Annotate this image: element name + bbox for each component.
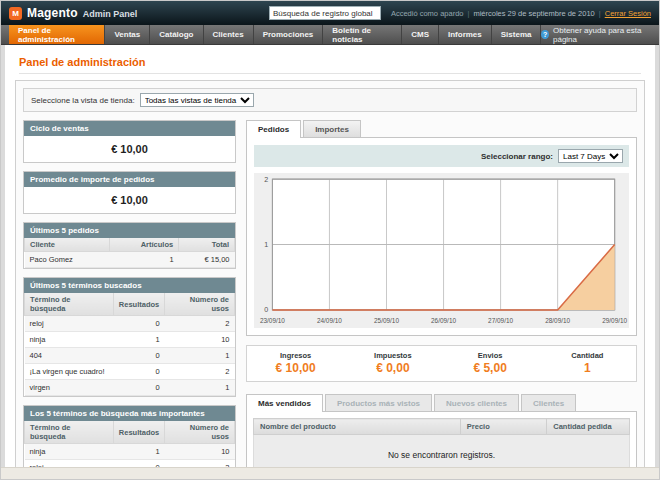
last-search-terms-title: Últimos 5 términos buscados	[24, 278, 235, 293]
col-header: Cliente	[25, 238, 110, 252]
col-header: Total	[179, 238, 235, 252]
table-row[interactable]: ninja 1 10	[25, 444, 235, 460]
magento-admin-window: M Magento Admin Panel Accedió como apard…	[0, 0, 660, 480]
current-date: miércoles 29 de septiembre de 2010	[473, 9, 594, 18]
table-row[interactable]: reloj 0 2	[25, 316, 235, 332]
col-header: Resultados	[113, 421, 164, 444]
average-orders-box: Promedio de importe de pedidos € 10,00	[23, 171, 236, 214]
table-row[interactable]: ninja 1 10	[25, 332, 235, 348]
col-header: Número de usos	[165, 421, 235, 444]
window-bottom-strip	[1, 467, 659, 479]
global-search-input[interactable]	[269, 6, 381, 20]
tab-orders[interactable]: Pedidos	[246, 120, 301, 138]
svg-text:2: 2	[264, 176, 268, 184]
svg-text:29/09/10: 29/09/10	[602, 317, 627, 324]
table-row[interactable]: Paco Gomez 1 € 15,00	[25, 252, 235, 268]
logout-link[interactable]: Cerrar Sesión	[605, 9, 651, 18]
stat-shipping: Envios € 5,00	[442, 351, 539, 375]
top-header: M Magento Admin Panel Accedió como apard…	[1, 1, 659, 25]
grid-tabs: Más vendidos Productos más vistos Nuevos…	[246, 394, 637, 411]
svg-text:26/09/10: 26/09/10	[431, 317, 456, 324]
nav-item-reports[interactable]: Informes	[439, 25, 492, 44]
logged-in-as: Accedió como apardo	[391, 9, 464, 18]
brand-suffix: Admin Panel	[83, 9, 138, 19]
tab-customers[interactable]: Clientes	[521, 394, 576, 411]
help-icon: ?	[541, 30, 549, 39]
magento-logo-icon: M	[9, 7, 22, 20]
col-header: Precio	[460, 419, 546, 435]
col-header: Artículos	[109, 238, 178, 252]
main-nav: Panel de administración Ventas Catálogo …	[1, 25, 659, 45]
nav-item-catalog[interactable]: Catálogo	[150, 25, 203, 44]
separator: |	[599, 9, 601, 18]
svg-text:24/09/10: 24/09/10	[317, 317, 342, 324]
separator: |	[467, 9, 469, 18]
nav-item-dashboard[interactable]: Panel de administración	[9, 25, 105, 44]
table-row[interactable]: 404 0 1	[25, 348, 235, 364]
lifetime-sales-title: Ciclo de ventas	[24, 121, 235, 136]
stat-tax: Impuestos € 0,00	[344, 351, 441, 375]
help-label: Obtener ayuda para esta página	[553, 26, 649, 44]
chart-tabs: Pedidos Importes	[246, 120, 637, 137]
col-header: Cantidad pedida	[547, 419, 630, 435]
svg-text:25/09/10: 25/09/10	[374, 317, 399, 324]
average-orders-value: € 10,00	[24, 187, 235, 213]
nav-item-promotions[interactable]: Promociones	[254, 25, 324, 44]
svg-text:27/09/10: 27/09/10	[488, 317, 513, 324]
tab-new-customers[interactable]: Nuevos clientes	[434, 394, 519, 411]
svg-text:23/09/10: 23/09/10	[260, 317, 285, 324]
lifetime-sales-value: € 10,00	[24, 136, 235, 162]
page-title: Panel de administración	[19, 56, 641, 74]
top-search-terms-title: Los 5 términos de búsqueda más important…	[24, 406, 235, 421]
col-header: Número de usos	[165, 293, 235, 316]
last-orders-title: Últimos 5 pedidos	[24, 223, 235, 238]
last-search-terms-box: Últimos 5 términos buscados Término de b…	[23, 277, 236, 397]
help-link[interactable]: ? Obtener ayuda para esta página	[541, 25, 659, 44]
tab-bestsellers[interactable]: Más vendidos	[246, 394, 323, 412]
col-header: Término de búsqueda	[25, 293, 114, 316]
table-row[interactable]: ¡La virgen que cuadro! 0 2	[25, 364, 235, 380]
nav-item-cms[interactable]: CMS	[402, 25, 439, 44]
col-header: Término de búsqueda	[25, 421, 114, 444]
last-orders-table: Cliente Artículos Total Paco Gomez 1 € 1…	[24, 238, 235, 268]
tab-most-viewed[interactable]: Productos más vistos	[325, 394, 432, 411]
dashboard-container: Seleccione la vista de tienda: Todas las…	[15, 80, 645, 480]
svg-text:28/09/10: 28/09/10	[545, 317, 570, 324]
stat-quantity: Cantidad 1	[539, 351, 636, 375]
store-view-label: Seleccione la vista de tienda:	[31, 96, 135, 105]
col-header: Resultados	[113, 293, 164, 316]
left-column: Ciclo de ventas € 10,00 Promedio de impo…	[23, 120, 236, 480]
chart-panel: Seleccionar rango: Last 7 Days 01223/09/…	[246, 137, 637, 336]
tab-amounts[interactable]: Importes	[303, 120, 361, 137]
nav-item-system[interactable]: Sistema	[492, 25, 542, 44]
last-search-terms-table: Término de búsqueda Resultados Número de…	[24, 293, 235, 396]
range-select[interactable]: Last 7 Days	[558, 149, 623, 163]
nav-item-customers[interactable]: Clientes	[204, 25, 254, 44]
stat-revenue: Ingresos € 10,00	[247, 351, 344, 375]
svg-text:0: 0	[264, 306, 268, 314]
page-body: Panel de administración Seleccione la vi…	[1, 45, 659, 480]
range-label: Seleccionar rango:	[481, 152, 553, 161]
nav-item-sales[interactable]: Ventas	[105, 25, 150, 44]
store-view-row: Seleccione la vista de tienda: Todas las…	[23, 88, 637, 112]
orders-chart: 01223/09/1024/09/1025/09/1026/09/1027/09…	[254, 173, 629, 328]
lifetime-sales-box: Ciclo de ventas € 10,00	[23, 120, 236, 163]
right-column: Pedidos Importes Seleccionar rango: Last…	[246, 120, 637, 480]
col-header: Nombre del producto	[254, 419, 461, 435]
store-view-select[interactable]: Todas las vistas de tienda	[140, 93, 254, 107]
brand-name: Magento	[27, 6, 78, 20]
orders-chart-svg: 01223/09/1024/09/1025/09/1026/09/1027/09…	[254, 173, 629, 328]
totals-box: Ingresos € 10,00 Impuestos € 0,00 Envios…	[246, 345, 637, 382]
header-user-info: Accedió como apardo | miércoles 29 de se…	[391, 9, 651, 18]
range-bar: Seleccionar rango: Last 7 Days	[254, 145, 629, 167]
nav-item-newsletter[interactable]: Boletín de noticias	[323, 25, 402, 44]
last-orders-box: Últimos 5 pedidos Cliente Artículos Tota…	[23, 222, 236, 269]
svg-text:1: 1	[264, 241, 268, 249]
table-row[interactable]: virgen 0 1	[25, 380, 235, 396]
average-orders-title: Promedio de importe de pedidos	[24, 172, 235, 187]
